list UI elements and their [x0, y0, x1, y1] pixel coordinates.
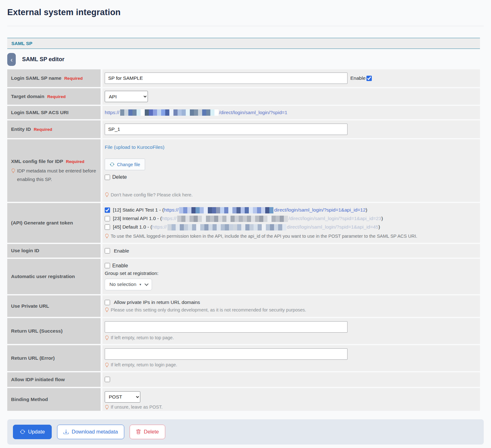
- return-success-label: Return URL (Success): [11, 328, 62, 334]
- private-url-label: Use Private URL: [11, 303, 49, 309]
- use-login-id-label: Use login ID: [11, 248, 39, 253]
- url-start: https://: [164, 207, 179, 212]
- grant-token-content-cell: [12] Static API Test 1 - (https://direct…: [102, 203, 480, 243]
- group-set-label: Group set at registration:: [105, 271, 480, 276]
- grant-token-option: [12] Static API Test 1 - (https://direct…: [105, 206, 480, 214]
- use-login-id-checkbox[interactable]: [105, 248, 110, 253]
- grant-token-checkbox-12[interactable]: [105, 207, 110, 213]
- xml-config-label-cell: XML config file for IDPRequired IDP meta…: [7, 139, 101, 202]
- section-header-label: SAML SP: [11, 41, 32, 46]
- return-error-input[interactable]: [105, 348, 348, 360]
- use-login-id-enable-label: Enable: [114, 248, 129, 254]
- entity-id-label: Entity ID: [11, 126, 31, 132]
- binding-method-select[interactable]: POST: [105, 391, 140, 403]
- target-domain-content-cell: API: [102, 88, 480, 105]
- idp-flow-checkbox[interactable]: [105, 377, 110, 382]
- acs-uri-link[interactable]: https://: [105, 110, 120, 115]
- censored-url-segment: [177, 216, 288, 222]
- update-button[interactable]: Update: [13, 425, 52, 439]
- grant-token-checkbox-23[interactable]: [105, 216, 110, 221]
- censored-url-segment: [120, 109, 219, 116]
- row-use-login-id: Use login ID Enable: [7, 244, 480, 257]
- download-metadata-button[interactable]: Download metadata: [57, 425, 124, 439]
- title-divider: [7, 26, 484, 26]
- private-url-checkbox-label: Allow private IPs in return URL domains: [114, 300, 200, 305]
- lightbulb-icon: [105, 233, 109, 239]
- url-end: direct/login/saml_login/?spid=1&api_id=1…: [274, 207, 365, 212]
- grant-token-link[interactable]: direct/login/saml_login/?spid=1&api_id=1…: [274, 207, 365, 212]
- xml-config-note-text: IDP metadata must be entered before enab…: [17, 167, 96, 183]
- idp-flow-content-cell: [102, 372, 480, 387]
- entity-id-label-cell: Entity IDRequired: [7, 120, 101, 138]
- row-return-error: Return URL (Error) If left empty, return…: [7, 345, 480, 371]
- group-select-value: No selection: [109, 282, 136, 287]
- section-header-saml-sp: SAML SP: [7, 38, 480, 49]
- grant-token-text: [23] Internal API 1.0 - (: [113, 216, 162, 221]
- entity-id-input[interactable]: [105, 124, 348, 135]
- update-button-label: Update: [28, 429, 45, 435]
- required-badge: Required: [64, 76, 83, 81]
- auto-registration-checkbox[interactable]: [105, 263, 110, 268]
- row-acs-uri: Login SAML SP ACS URI https:// /direct/l…: [7, 106, 480, 119]
- lightbulb-icon: [105, 362, 109, 368]
- delete-file-checkbox[interactable]: [105, 175, 110, 180]
- row-target-domain: Target domainRequired API: [7, 88, 480, 105]
- xml-config-hint: Don't have config file? Please click her…: [111, 192, 193, 197]
- auto-registration-label-cell: Automatic user registration: [7, 259, 101, 294]
- private-url-checkbox[interactable]: [105, 300, 110, 305]
- delete-file-label: Delete: [112, 174, 127, 180]
- return-error-label-cell: Return URL (Error): [7, 345, 101, 371]
- return-success-hint: If left empty, return to top page.: [111, 335, 174, 340]
- back-button[interactable]: ‹: [7, 53, 16, 66]
- delete-button-label: Delete: [144, 429, 159, 435]
- lightbulb-icon: [105, 404, 109, 410]
- close-paren: ): [381, 216, 383, 221]
- sp-name-label-cell: Login SAML SP nameRequired: [7, 69, 101, 87]
- return-error-label: Return URL (Error): [11, 355, 55, 361]
- download-icon: [63, 429, 69, 434]
- grant-token-link[interactable]: /direct/login/saml_login/?spid=1&api_id=…: [289, 216, 382, 221]
- group-select-dropdown[interactable]: No selection ▾: [105, 279, 152, 290]
- lightbulb-icon: [11, 168, 15, 173]
- return-error-content-cell: If left empty, return to login page.: [102, 345, 480, 371]
- xml-config-content-cell: File (upload to KurocoFiles) Change file…: [102, 139, 480, 202]
- lightbulb-icon: [105, 307, 109, 312]
- grant-token-link[interactable]: https://: [152, 224, 167, 230]
- lightbulb-icon: [105, 192, 109, 197]
- kuroco-files-link[interactable]: File (upload to KurocoFiles): [105, 144, 165, 150]
- footer-action-bar: Update Download metadata Delete: [7, 419, 484, 445]
- download-metadata-label: Download metadata: [72, 429, 118, 435]
- private-url-label-cell: Use Private URL: [7, 295, 101, 317]
- lightbulb-icon: [105, 335, 109, 340]
- acs-uri-suffix: /direct/login/saml_login/?spid=1: [219, 110, 288, 115]
- editor-heading: ‹ SAML SP editor: [7, 53, 491, 66]
- page: External system integration SAML SP ‹ SA…: [0, 0, 491, 445]
- censored-url-segment: [167, 224, 286, 230]
- binding-label-cell: Binding Method: [7, 388, 101, 411]
- idp-flow-label-cell: Allow IDP initiated flow: [7, 372, 101, 387]
- sp-name-input[interactable]: [105, 73, 348, 84]
- change-file-button[interactable]: Change file: [105, 159, 145, 170]
- sp-name-label: Login SAML SP name: [11, 75, 61, 81]
- delete-button[interactable]: Delete: [130, 425, 165, 439]
- row-return-success: Return URL (Success) If left empty, retu…: [7, 318, 480, 344]
- acs-uri-link-suffix[interactable]: /direct/login/saml_login/?spid=1: [219, 110, 288, 115]
- auto-registration-label: Automatic user registration: [11, 274, 75, 279]
- censored-url-segment: [179, 207, 273, 213]
- grant-token-link[interactable]: https://: [162, 216, 177, 221]
- return-success-input[interactable]: [105, 321, 348, 333]
- grant-token-hint: To use the SAML logged-in permission tok…: [111, 234, 417, 239]
- xml-config-note: IDP metadata must be entered before enab…: [11, 167, 96, 183]
- idp-flow-label: Allow IDP initiated flow: [11, 377, 65, 382]
- entity-id-content-cell: [102, 120, 480, 138]
- grant-token-checkbox-45[interactable]: [105, 224, 110, 230]
- sp-name-enable-checkbox[interactable]: [366, 76, 372, 81]
- acs-uri-label-cell: Login SAML SP ACS URI: [7, 106, 101, 119]
- row-auto-registration: Automatic user registration Enable Group…: [7, 259, 480, 294]
- return-success-label-cell: Return URL (Success): [7, 318, 101, 344]
- row-grant-token: (API) Generate grant token [12] Static A…: [7, 203, 480, 243]
- grant-token-link[interactable]: https://: [164, 207, 179, 212]
- target-domain-select[interactable]: API: [105, 91, 148, 102]
- required-badge: Required: [47, 94, 66, 99]
- grant-token-link[interactable]: direct/login/saml_login/?spid=1&api_id=4…: [287, 224, 378, 230]
